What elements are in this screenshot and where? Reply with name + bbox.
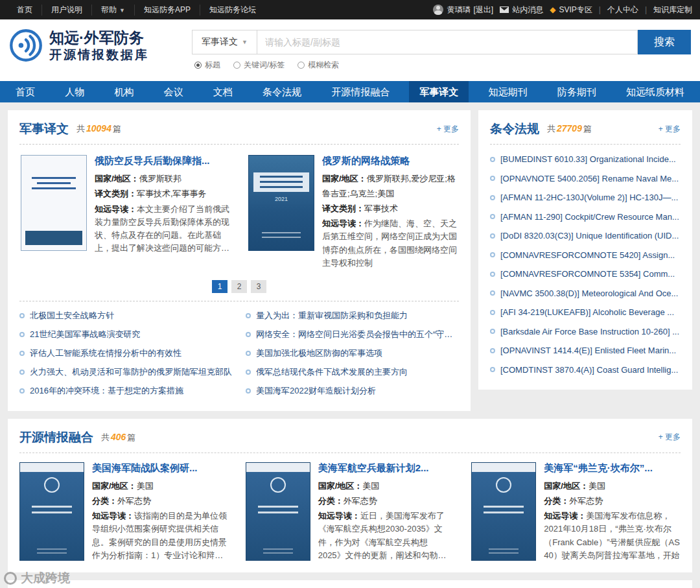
logout-link[interactable]: [退出] <box>473 5 493 16</box>
link-text: 美国海军2022财年造舰计划分析 <box>256 385 376 397</box>
count-number: 406 <box>111 432 126 442</box>
bullet-icon <box>490 233 495 239</box>
count-number: 10094 <box>86 123 111 134</box>
region-value: 俄罗斯联邦 <box>139 174 181 183</box>
article-title[interactable]: 俄防空反导兵后勤保障指... <box>95 155 230 167</box>
page-button-2[interactable]: 2 <box>231 280 247 293</box>
nav-item-documents[interactable]: 文档 <box>203 81 243 102</box>
translation-link-item[interactable]: 北极国土安全战略方针 <box>19 307 233 325</box>
regulation-item[interactable]: [AFMAN 11-290] Cockpit/Crew Resource Man… <box>490 207 681 227</box>
translation-link-item[interactable]: 美国加强北极地区防御的军事选项 <box>246 344 459 363</box>
link-text: [NAVMC 3500.38(D)] Meteorological And Oc… <box>500 288 678 298</box>
article-title[interactable]: 俄罗斯的网络战策略 <box>322 155 458 167</box>
svip-zone-link[interactable]: ◆ SVIP专区 <box>550 5 592 16</box>
translation-link-item[interactable]: 俄军总结现代条件下战术发展的主要方向 <box>246 363 459 382</box>
region-label: 国家/地区： <box>95 174 139 183</box>
translations-more-link[interactable]: + 更多 <box>437 124 459 135</box>
nav-item-military-translations[interactable]: 军事译文 <box>409 81 469 102</box>
link-text: 美国加强北极地区防御的军事选项 <box>256 347 382 359</box>
article-title[interactable]: 美海军“弗兰克·坎布尔”... <box>544 462 681 475</box>
regulation-item[interactable]: [AFMAN 11-2HC-130J(Volume 2)] HC-130J—..… <box>490 188 681 207</box>
article-title[interactable]: 美国海军陆战队案例研... <box>92 462 229 475</box>
count-prefix: 共 <box>101 432 110 442</box>
site-logo[interactable]: 知远·外军防务 开源情报数据库 <box>9 29 149 63</box>
radio-fuzzy-option[interactable]: 模糊检索 <box>298 60 339 71</box>
class-value: 外军态势 <box>344 496 377 506</box>
regulation-item[interactable]: [OPNAVNOTE 5400.2056] Rename Naval Me... <box>490 169 681 189</box>
radio-keyword-option[interactable]: 关键词/标签 <box>233 60 285 71</box>
regulation-item[interactable]: [AFI 34-219(LUKEAFB)] Alcoholic Beverage… <box>490 303 681 322</box>
translation-link-item[interactable]: 美国海军2022财年造舰计划分析 <box>246 382 459 401</box>
nav-item-conferences[interactable]: 会议 <box>154 81 194 102</box>
article-cover[interactable] <box>246 462 310 561</box>
article-cover[interactable]: 2021 <box>248 155 314 251</box>
site-messages-link[interactable]: 站内消息 <box>500 5 543 16</box>
featured-articles: 俄防空反导兵后勤保障指... 国家/地区：俄罗斯联邦 译文类别：军事技术,军事事… <box>19 145 459 275</box>
osint-card: 美海军航空兵最新计划2... 国家/地区：美国 分类：外军态势 知远导读：近日，… <box>246 462 455 562</box>
radio-title-label: 标题 <box>205 60 220 71</box>
regulation-item[interactable]: [Barksdale Air Force Base Instruction 10… <box>490 322 681 342</box>
regulation-item[interactable]: [COMNAVRESFORCOMNOTE 5420] Assign... <box>490 246 681 265</box>
bullet-icon <box>19 351 25 356</box>
regulation-item[interactable]: [COMNAVRESFORCOMNOTE 5354] Comm... <box>490 265 681 284</box>
intro-label: 知远导读： <box>318 511 360 521</box>
translation-link-item[interactable]: 网络安全：网络空间日光浴委员会报告中的五个“守护者” <box>246 325 459 344</box>
regulation-item[interactable]: [DoDI 8320.03(C3)] Unique Identification… <box>490 226 681 246</box>
search-button[interactable]: 搜索 <box>638 30 691 54</box>
search-category-dropdown[interactable]: 军事译文 ▼ <box>192 30 257 54</box>
search-input[interactable] <box>257 30 638 54</box>
translation-link-item[interactable]: 2016年的冲突环境：基于想定的方案措施 <box>19 382 233 401</box>
bullet-icon <box>246 388 251 394</box>
translation-link-item[interactable]: 火力强大、机动灵活和可靠防护的俄罗斯陆军坦克部队 <box>19 363 233 382</box>
regulations-section-header: 条令法规 共27709篇 + 更多 <box>490 118 681 145</box>
nav-item-osint-fusion[interactable]: 开源情报融合 <box>321 81 400 102</box>
page-button-1[interactable]: 1 <box>212 280 228 293</box>
nav-item-zhiyuan-journals[interactable]: 知远期刊 <box>478 81 538 102</box>
osint-more-link[interactable]: + 更多 <box>659 432 681 443</box>
kb-custom-link[interactable]: 知识库定制 <box>653 5 692 16</box>
regulation-item[interactable]: [NAVMC 3500.38(D)] Meteorological And Oc… <box>490 284 681 303</box>
bullet-icon <box>490 290 495 296</box>
article-title[interactable]: 美海军航空兵最新计划2... <box>318 462 455 475</box>
bullet-icon <box>490 272 495 277</box>
class-label: 分类： <box>544 496 569 506</box>
page-content: 军事译文 共10094篇 + 更多 俄防空反导兵后勤保障指... 国家/地区：俄… <box>0 102 700 588</box>
nav-item-regulations[interactable]: 条令法规 <box>252 81 312 102</box>
personal-center-link[interactable]: 个人中心 <box>607 5 638 16</box>
translation-links-left: 北极国土安全战略方针 21世纪美国军事战略演变研究 评估人工智能系统在情报分析中… <box>19 307 233 401</box>
count-number: 27709 <box>557 123 582 134</box>
topbar-home-link[interactable]: 首页 <box>8 5 41 16</box>
radio-title-option[interactable]: 标题 <box>194 60 220 71</box>
article-intro: 知远导读：作为继陆、海、空、天之后第五维空间，网络空间正成为大国博弈的焦点所在，… <box>322 217 458 270</box>
article-cover[interactable] <box>471 462 536 561</box>
regulation-item[interactable]: [COMDTINST 3870.4(A)] Coast Guard Intell… <box>490 360 681 380</box>
topbar-app-link[interactable]: 知远防务APP <box>134 5 200 16</box>
region-value: 美国 <box>362 481 379 491</box>
page-button-3[interactable]: 3 <box>251 280 266 293</box>
topbar-user-guide-link[interactable]: 用户说明 <box>41 5 91 16</box>
article-class-line: 分类：外军态势 <box>318 494 455 509</box>
region-value: 美国 <box>137 481 154 491</box>
osint-count: 共406篇 <box>101 432 135 443</box>
radio-unchecked-icon <box>298 62 305 69</box>
regulations-more-link[interactable]: + 更多 <box>659 124 681 135</box>
nav-item-organizations[interactable]: 机构 <box>104 81 144 102</box>
user-account[interactable]: 黄璘璘 [退出] <box>433 5 493 16</box>
article-cover[interactable] <box>19 462 84 561</box>
topbar-help-menu[interactable]: 帮助▼ <box>91 5 134 16</box>
translation-link-item[interactable]: 21世纪美国军事战略演变研究 <box>19 325 233 344</box>
bullet-icon <box>490 214 495 219</box>
nav-item-defense-journals[interactable]: 防务期刊 <box>547 81 607 102</box>
article-cover[interactable] <box>21 155 87 251</box>
topbar-forum-link[interactable]: 知远防务论坛 <box>200 5 265 16</box>
regulation-item[interactable]: [BUMEDINST 6010.33] Organizational Incid… <box>490 150 681 169</box>
translation-link-item[interactable]: 评估人工智能系统在情报分析中的有效性 <box>19 344 233 363</box>
translation-link-item[interactable]: 量入为出：重新审视国防采购和负担能力 <box>246 307 459 325</box>
site-header: 知远·外军防务 开源情报数据库 军事译文 ▼ 搜索 标题 关键词/标签 模糊检索 <box>0 19 700 81</box>
osint-section-header: 开源情报融合 共406篇 + 更多 <box>19 427 681 453</box>
regulation-item[interactable]: [OPNAVINST 1414.4(E)] Enlisted Fleet Mar… <box>490 341 681 360</box>
nav-item-home[interactable]: 首页 <box>5 81 45 102</box>
nav-item-people[interactable]: 人物 <box>54 81 95 102</box>
nav-item-print-materials[interactable]: 知远纸质材料 <box>616 81 695 102</box>
bullet-icon <box>246 332 251 337</box>
